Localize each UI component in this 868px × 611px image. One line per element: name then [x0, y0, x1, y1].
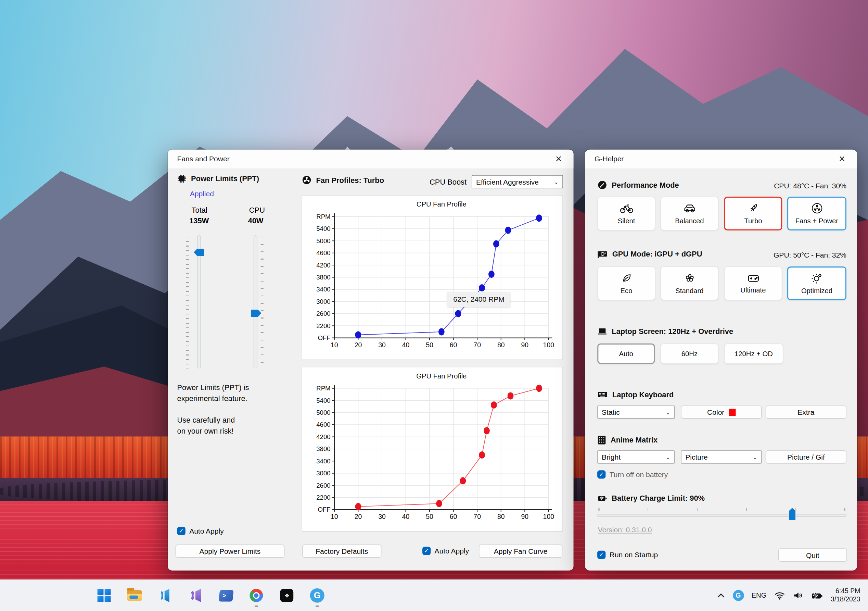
quit-button[interactable]: Quit — [778, 548, 847, 562]
volume-icon[interactable] — [792, 591, 803, 600]
apply-power-limits-button[interactable]: Apply Power Limits — [175, 544, 285, 558]
chevron-down-icon: ⌄ — [666, 409, 671, 415]
svg-text:20: 20 — [355, 513, 362, 520]
fans-window-titlebar[interactable]: Fans and Power × — [168, 150, 574, 168]
gpu-standard-button[interactable]: Standard — [660, 266, 718, 300]
svg-text:80: 80 — [497, 513, 505, 520]
fans-power-label: Fans + Power — [795, 217, 838, 225]
screen-60hz-button[interactable]: 60Hz — [660, 344, 718, 364]
battery-charging-icon[interactable] — [811, 591, 823, 600]
visual-studio-button[interactable] — [184, 583, 207, 608]
powershell-icon: >_ — [219, 590, 233, 602]
wifi-icon[interactable] — [774, 591, 785, 600]
note-line: on your own risk! — [177, 426, 235, 437]
vs-code-icon — [158, 589, 172, 602]
chrome-button[interactable] — [245, 583, 267, 608]
gpu-card-icon — [597, 249, 608, 258]
gpu-ultimate-button[interactable]: Ultimate — [724, 266, 782, 300]
battery-slider-track[interactable] — [597, 514, 846, 517]
svg-text:3400: 3400 — [316, 286, 330, 293]
anime-matrix-heading: Anime Matrix — [611, 436, 657, 444]
tray-chevron-up-icon[interactable] — [717, 593, 725, 599]
cpu-power-slider-thumb[interactable] — [251, 309, 262, 317]
svg-text:4200: 4200 — [316, 262, 330, 269]
fan-auto-apply-checkbox[interactable]: ✓ — [422, 547, 431, 555]
keyboard-color-button[interactable]: Color — [681, 406, 761, 419]
windows-logo-icon — [98, 589, 111, 602]
svg-text:OFF: OFF — [318, 334, 330, 342]
vs-code-button[interactable] — [154, 583, 176, 608]
cpu-fan-profile-chart[interactable]: CPU Fan ProfileRPM5400500046004200380034… — [302, 195, 563, 360]
cpu-boost-select[interactable]: Efficient Aggressive ⌄ — [472, 175, 563, 188]
g-helper-tray-icon[interactable]: G — [733, 590, 744, 601]
chevron-down-icon: ⌄ — [666, 454, 671, 460]
optimized-icon — [811, 272, 823, 284]
power-limits-applied-link[interactable]: Applied — [190, 190, 214, 197]
clock[interactable]: 6:45 PM 3/18/2023 — [831, 587, 860, 604]
fans-window-close-button[interactable]: × — [552, 152, 566, 166]
gpu-eco-button[interactable]: Eco — [597, 266, 656, 300]
g-helper-taskbar-button[interactable]: G — [306, 583, 328, 608]
apply-fan-curve-button[interactable]: Apply Fan Curve — [479, 544, 563, 558]
anime-matrix-heading-row: Anime Matrix — [597, 435, 657, 445]
performance-balanced-button[interactable]: Balanced — [660, 197, 718, 230]
total-power-slider-thumb[interactable] — [194, 249, 205, 256]
svg-text:2600: 2600 — [316, 310, 330, 317]
powershell-button[interactable]: >_ — [215, 583, 237, 608]
svg-text:5000: 5000 — [316, 409, 330, 416]
power-auto-apply-row: ✓ Auto Apply — [177, 527, 224, 535]
keyboard-extra-button[interactable]: Extra — [766, 406, 846, 419]
power-auto-apply-checkbox[interactable]: ✓ — [177, 527, 186, 535]
balanced-label: Balanced — [675, 217, 704, 225]
g-helper-titlebar[interactable]: G-Helper × — [585, 150, 857, 168]
performance-fans-power-button[interactable]: Fans + Power — [787, 197, 846, 230]
language-indicator[interactable]: ENG — [752, 591, 767, 599]
total-watts-value: 135W — [189, 216, 209, 225]
rocket-icon — [744, 200, 761, 217]
svg-text:3400: 3400 — [316, 457, 330, 465]
keyboard-mode-select[interactable]: Static ⌄ — [597, 406, 674, 419]
running-indicator — [255, 606, 258, 607]
gpu-optimized-button[interactable]: Optimized — [787, 266, 846, 300]
svg-text:3000: 3000 — [316, 470, 330, 477]
screen-120hz-od-button[interactable]: 120Hz + OD — [724, 344, 783, 364]
turn-off-on-battery-checkbox[interactable]: ✓ — [597, 470, 606, 479]
gamepad-icon — [747, 273, 760, 284]
turbo-label: Turbo — [744, 217, 762, 225]
cpu-fan-chart-canvas[interactable]: CPU Fan ProfileRPM5400500046004200380034… — [302, 196, 563, 360]
version-link[interactable]: Version: 0.31.0.0 — [598, 526, 652, 534]
g-helper-icon: G — [310, 588, 324, 603]
eco-label: Eco — [620, 287, 632, 295]
gpu-temp-status: GPU: 50°C - Fan: 32% — [773, 251, 846, 259]
matrix-brightness-select[interactable]: Bright ⌄ — [597, 450, 674, 464]
screen-auto-button[interactable]: Auto — [597, 344, 655, 364]
matrix-content-select[interactable]: Picture ⌄ — [681, 450, 761, 464]
chevron-down-icon: ⌄ — [753, 454, 758, 460]
gpu-fan-profile-chart[interactable]: GPU Fan ProfileRPM5400500046004200380034… — [302, 367, 563, 532]
screen-60hz-label: 60Hz — [682, 350, 698, 358]
run-on-startup-checkbox[interactable]: ✓ — [597, 551, 606, 559]
factory-defaults-button[interactable]: Factory Defaults — [302, 544, 381, 558]
cpu-temp-status: CPU: 48°C - Fan: 30% — [774, 182, 846, 190]
svg-text:50: 50 — [426, 341, 433, 349]
svg-text:100: 100 — [543, 513, 555, 520]
matrix-icon — [597, 435, 606, 445]
start-button[interactable] — [93, 583, 115, 608]
performance-silent-button[interactable]: Silent — [597, 197, 656, 230]
svg-text:3000: 3000 — [316, 298, 330, 305]
matrix-picture-gif-button[interactable]: Picture / Gif — [766, 450, 846, 464]
file-explorer-button[interactable] — [124, 583, 146, 608]
g-helper-window: G-Helper × Performance Mode CPU: 48°C - … — [585, 150, 857, 571]
g-helper-close-button[interactable]: × — [835, 152, 849, 166]
svg-text:80: 80 — [497, 341, 505, 349]
chrome-icon — [250, 589, 263, 602]
tidal-button[interactable]: ❖ — [276, 583, 298, 608]
gpu-fan-chart-canvas[interactable]: GPU Fan ProfileRPM5400500046004200380034… — [302, 367, 563, 531]
performance-turbo-button[interactable]: Turbo — [724, 197, 782, 230]
battery-icon — [597, 494, 607, 502]
gpu-mode-heading: GPU Mode: iGPU + dGPU — [612, 250, 702, 258]
svg-text:70: 70 — [473, 513, 481, 520]
cpu-power-slider-track[interactable] — [254, 235, 257, 368]
laptop-keyboard-heading-row: Laptop Keyboard — [597, 390, 674, 399]
fan-profiles-heading-row: Fan Profiles: Turbo — [302, 175, 384, 185]
